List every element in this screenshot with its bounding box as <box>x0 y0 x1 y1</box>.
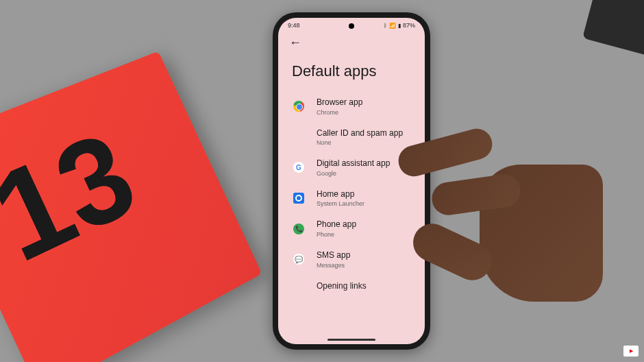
setting-caller-id[interactable]: Caller ID and spam app None <box>281 122 422 153</box>
setting-subtitle: Chrome <box>317 109 411 116</box>
battery-icon: ▮ <box>398 23 401 29</box>
back-arrow-icon[interactable]: ← <box>289 36 301 49</box>
messages-icon: 💬 <box>292 252 306 266</box>
setting-digital-assistant[interactable]: G Digital assistant app Google <box>281 152 422 183</box>
setting-home-app[interactable]: Home app System Launcher <box>281 183 422 214</box>
setting-phone-app[interactable]: 📞 Phone app Phone <box>281 213 422 244</box>
setting-title: SMS app <box>317 250 411 261</box>
setting-title: Browser app <box>317 97 411 108</box>
setting-sms-app[interactable]: 💬 SMS app Messages <box>281 244 422 275</box>
chrome-icon <box>292 99 306 113</box>
setting-subtitle: System Launcher <box>317 200 411 207</box>
setting-subtitle: Google <box>317 170 411 177</box>
phone-device: 9:48 ᛒ 📶 ▮ 87% ← Default apps Browser ap… <box>273 12 430 350</box>
signal-icon: 📶 <box>389 23 396 29</box>
phone-screen: 9:48 ᛒ 📶 ▮ 87% ← Default apps Browser ap… <box>278 18 425 344</box>
setting-browser-app[interactable]: Browser app Chrome <box>281 91 422 122</box>
setting-title: Digital assistant app <box>317 158 411 169</box>
battery-percent: 87% <box>403 22 415 29</box>
camera-hole <box>349 23 354 29</box>
page-title: Default apps <box>278 53 425 91</box>
header: ← <box>278 30 425 53</box>
background-object <box>582 0 644 56</box>
setting-title: Home app <box>317 189 411 200</box>
bluetooth-icon: ᛒ <box>384 23 387 29</box>
setting-subtitle: Messages <box>317 262 411 269</box>
status-time: 9:48 <box>288 22 300 29</box>
google-icon: G <box>292 160 306 174</box>
settings-list: Browser app Chrome Caller ID and spam ap… <box>278 91 425 298</box>
setting-opening-links[interactable]: Opening links <box>281 275 422 298</box>
setting-title: Phone app <box>317 219 411 230</box>
setting-subtitle: None <box>317 139 411 146</box>
phone-icon: 📞 <box>292 222 306 236</box>
setting-subtitle: Phone <box>317 231 411 238</box>
home-indicator[interactable] <box>327 339 375 341</box>
box-number: 13 <box>0 105 154 291</box>
setting-title: Opening links <box>317 281 411 292</box>
watermark: ▶ <box>623 346 639 357</box>
home-launcher-icon <box>292 191 306 205</box>
setting-title: Caller ID and spam app <box>317 128 411 139</box>
product-box: 13 <box>0 51 262 362</box>
